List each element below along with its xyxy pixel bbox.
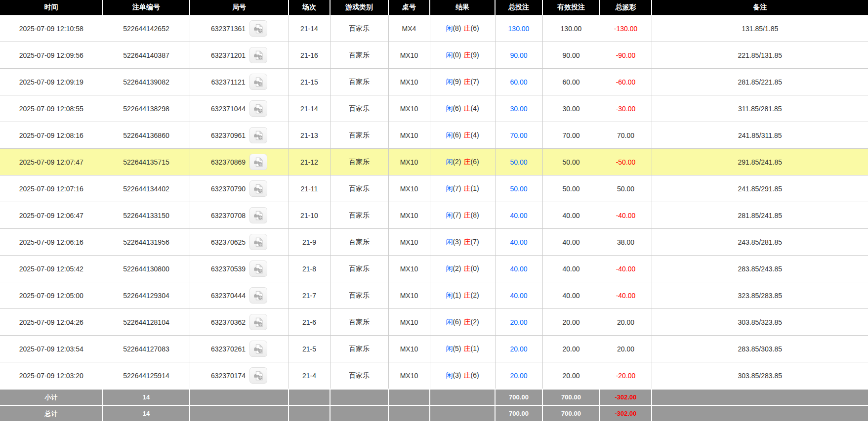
- time-value: 2025-07-09 12:03:54: [19, 345, 83, 353]
- session-value: 21-9: [302, 238, 316, 246]
- result-banker-score: (9): [471, 51, 479, 59]
- payout-value: -50.00: [616, 158, 636, 166]
- table-row[interactable]: 2025-07-09 12:05:42522644130800632370539…: [0, 256, 868, 282]
- valid_bet-value: 90.00: [562, 51, 579, 59]
- table-row[interactable]: 2025-07-09 12:06:47522644133150632370708…: [0, 202, 868, 229]
- summary-cell-total_bet: 700.00: [495, 405, 542, 422]
- bet_id-value: 522644129304: [123, 292, 169, 300]
- cell-result: 闲(1)庄(2): [430, 282, 495, 309]
- game_type-value: 百家乐: [349, 345, 370, 352]
- table-row[interactable]: 2025-07-09 12:03:54522644127083632370261…: [0, 336, 868, 362]
- video-replay-button[interactable]: [249, 47, 267, 63]
- video-replay-icon: [253, 291, 263, 301]
- result-player-score: (1): [453, 291, 461, 299]
- cell-payout: 38.00: [600, 229, 652, 256]
- cell-bet_id: 522644127083: [103, 336, 190, 362]
- table-row[interactable]: 2025-07-09 12:05:00522644129304632370444…: [0, 282, 868, 309]
- table-row[interactable]: 2025-07-09 12:10:58522644142652632371361…: [0, 15, 868, 42]
- video-replay-button[interactable]: [249, 367, 267, 384]
- cell-payout: -40.00: [600, 256, 652, 282]
- cell-result: 闲(5)庄(1): [430, 336, 495, 362]
- valid_bet-value: 20.00: [562, 345, 579, 353]
- cell-bet_id: 522644131956: [103, 229, 190, 256]
- result-player-score: (9): [453, 78, 461, 86]
- game_type-value: 百家乐: [349, 51, 370, 59]
- table-row[interactable]: 2025-07-09 12:04:26522644128104632370362…: [0, 309, 868, 336]
- video-replay-icon: [253, 77, 263, 87]
- summary-cell-empty: [289, 405, 330, 422]
- session-value: 21-16: [300, 51, 318, 59]
- video-replay-button[interactable]: [249, 100, 267, 117]
- round-number: 632370444: [211, 292, 246, 300]
- video-replay-icon: [253, 344, 263, 354]
- total_bet-value: 130.00: [508, 25, 530, 33]
- bet_id-value: 522644130800: [123, 265, 169, 273]
- video-replay-button[interactable]: [249, 127, 267, 143]
- video-replay-button[interactable]: [249, 74, 267, 90]
- cell-game_type: 百家乐: [330, 149, 388, 175]
- video-replay-button[interactable]: [249, 287, 267, 304]
- cell-payout: -30.00: [600, 95, 652, 122]
- result-player-label: 闲: [446, 264, 453, 272]
- table-row[interactable]: 2025-07-09 12:06:16522644131956632370625…: [0, 229, 868, 256]
- video-replay-button[interactable]: [249, 207, 267, 223]
- table-row[interactable]: 2025-07-09 12:09:19522644139082632371121…: [0, 69, 868, 95]
- table-row[interactable]: 2025-07-09 12:07:47522644135715632370869…: [0, 149, 868, 175]
- cell-table_no: MX10: [388, 69, 430, 95]
- result-player-label: 闲: [446, 211, 453, 219]
- video-replay-icon: [253, 104, 263, 114]
- video-replay-button[interactable]: [249, 341, 267, 357]
- video-replay-icon: [253, 131, 263, 140]
- cell-payout: 20.00: [600, 309, 652, 336]
- video-replay-button[interactable]: [249, 20, 267, 37]
- valid_bet-value: 40.00: [562, 265, 579, 273]
- cell-time: 2025-07-09 12:07:47: [0, 149, 103, 175]
- result-banker-label: 庄: [464, 345, 471, 352]
- round-cell-content: 632370362: [211, 314, 267, 330]
- table-row[interactable]: 2025-07-09 12:09:56522644140387632371201…: [0, 42, 868, 69]
- total_bet-value: 30.00: [510, 105, 527, 113]
- total_bet-value: 40.00: [510, 292, 527, 300]
- time-value: 2025-07-09 12:10:58: [19, 25, 83, 33]
- cell-game_type: 百家乐: [330, 175, 388, 202]
- cell-result: 闲(8)庄(6): [430, 15, 495, 42]
- summary-cell-empty: [388, 405, 430, 422]
- payout-value: -40.00: [616, 212, 636, 219]
- cell-valid_bet: 30.00: [542, 95, 600, 122]
- summary-cell-empty: [330, 389, 388, 405]
- valid_bet-value: 20.00: [562, 318, 579, 326]
- result-banker-label: 庄: [464, 318, 471, 326]
- table-row[interactable]: 2025-07-09 12:08:16522644136860632370961…: [0, 122, 868, 149]
- total_bet-value: 20.00: [510, 345, 527, 353]
- table_no-value: MX10: [400, 185, 418, 193]
- table-row[interactable]: 2025-07-09 12:07:16522644134402632370790…: [0, 175, 868, 202]
- video-replay-button[interactable]: [249, 314, 267, 330]
- game_type-value: 百家乐: [349, 184, 370, 192]
- table-row[interactable]: 2025-07-09 12:08:55522644138298632371044…: [0, 95, 868, 122]
- cell-result: 闲(6)庄(2): [430, 309, 495, 336]
- result-banker-score: (0): [471, 264, 479, 272]
- cell-table_no: MX10: [388, 95, 430, 122]
- cell-round: 632370362: [190, 309, 289, 336]
- cell-valid_bet: 50.00: [542, 175, 600, 202]
- cell-game_type: 百家乐: [330, 229, 388, 256]
- cell-bet_id: 522644135715: [103, 149, 190, 175]
- cell-round: 632370444: [190, 282, 289, 309]
- video-replay-button[interactable]: [249, 234, 267, 250]
- column-header-time: 时间: [0, 0, 103, 15]
- table-row[interactable]: 2025-07-09 12:03:20522644125914632370174…: [0, 362, 868, 390]
- cell-table_no: MX10: [388, 336, 430, 362]
- result-player-score: (6): [453, 131, 461, 139]
- total_bet-value: 40.00: [510, 238, 527, 246]
- video-replay-button[interactable]: [249, 180, 267, 197]
- cell-bet_id: 522644134402: [103, 175, 190, 202]
- cell-total_bet: 40.00: [495, 202, 542, 229]
- cell-payout: -50.00: [600, 149, 652, 175]
- table_no-value: MX10: [400, 51, 418, 59]
- cell-remark: 243.85/281.85: [652, 229, 868, 256]
- video-replay-button[interactable]: [249, 261, 267, 277]
- result-banker-score: (4): [471, 104, 479, 112]
- total_bet-value: 20.00: [510, 318, 527, 326]
- result-banker-label: 庄: [464, 24, 471, 32]
- video-replay-button[interactable]: [249, 154, 267, 170]
